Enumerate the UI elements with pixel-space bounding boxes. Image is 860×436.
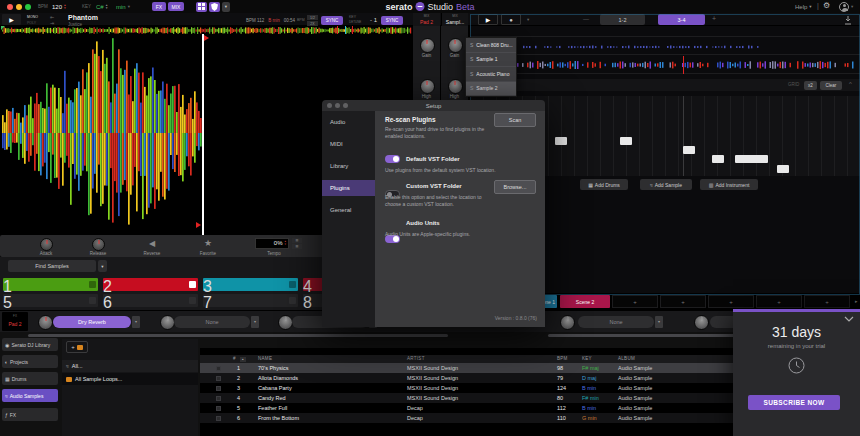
- pads-view-button[interactable]: [196, 2, 207, 12]
- record-button[interactable]: ●: [501, 14, 521, 25]
- sample-pad-2[interactable]: 2: [103, 278, 198, 291]
- track-overview-strip[interactable]: [1, 27, 412, 34]
- help-menu[interactable]: Help ▾: [795, 0, 812, 13]
- mix-pad-header[interactable]: MIX Pad 2: [413, 13, 440, 26]
- column-header-bpm[interactable]: BPM: [557, 356, 568, 361]
- row-preview-box[interactable]: [216, 396, 221, 401]
- midi-note[interactable]: [735, 155, 768, 163]
- close-traffic-light[interactable]: [7, 4, 13, 10]
- bar-range-1-2-button[interactable]: 1-2: [600, 14, 645, 25]
- gain-knob[interactable]: [448, 38, 463, 53]
- setup-tab-plugins[interactable]: Plugins: [322, 180, 375, 196]
- fx-slot-select[interactable]: None: [174, 316, 250, 328]
- collapse-caret-icon[interactable]: ^: [849, 81, 852, 87]
- midi-note[interactable]: [620, 137, 632, 145]
- sample-menu-item[interactable]: SSample 1: [466, 53, 516, 68]
- fx-amount-knob[interactable]: [278, 315, 293, 330]
- high-eq-knob[interactable]: [420, 79, 435, 94]
- scan-button[interactable]: Scan: [494, 113, 536, 127]
- setup-tab-general[interactable]: General: [322, 202, 375, 218]
- add-sample-button[interactable]: ≈ Add Sample: [640, 179, 692, 190]
- high-eq-knob[interactable]: [448, 79, 463, 94]
- sidebar-item-drums[interactable]: ▦Drums: [2, 372, 58, 385]
- poly-toggle[interactable]: POLY: [27, 21, 36, 25]
- horizontal-scrollbar[interactable]: [28, 334, 448, 337]
- key-sync-button[interactable]: SYNC: [381, 16, 403, 25]
- table-row[interactable]: 3 Cabana Party MSXII Sound Design 124 B …: [200, 383, 740, 393]
- fx-amount-knob[interactable]: [560, 315, 575, 330]
- release-knob[interactable]: [92, 238, 105, 251]
- sample-pad-5[interactable]: 5: [3, 294, 98, 307]
- limiter-button[interactable]: [209, 2, 220, 12]
- find-samples-dropdown[interactable]: Find Samples: [8, 260, 96, 272]
- add-instrument-button[interactable]: ▥ Add Instrument: [700, 179, 758, 190]
- column-header-name[interactable]: NAME: [258, 356, 272, 361]
- sample-menu-item[interactable]: SSample 2: [466, 82, 516, 97]
- midi-note[interactable]: [683, 146, 695, 154]
- sample-pad-1[interactable]: 1: [3, 278, 98, 291]
- add-scene-button[interactable]: +: [756, 295, 802, 308]
- grid-clear-button[interactable]: Clear: [820, 81, 842, 90]
- song-track-lanes[interactable]: [470, 26, 860, 79]
- add-crate-button[interactable]: +: [66, 341, 88, 353]
- bars-plus-button[interactable]: +: [712, 15, 716, 22]
- browse-button[interactable]: Browse...: [494, 180, 536, 194]
- horizontal-scrollbar[interactable]: [548, 334, 735, 337]
- sample-pad-3[interactable]: 3: [203, 278, 298, 291]
- column-header-album[interactable]: ALBUM: [618, 356, 635, 361]
- settings-gear-icon[interactable]: ⚙: [823, 1, 830, 10]
- crate-sample-loops[interactable]: All Sample Loops...: [62, 373, 198, 385]
- fx-slot-select[interactable]: Dry Reverb: [53, 316, 131, 328]
- column-header-artist[interactable]: ARTIST: [407, 356, 425, 361]
- tempo-stepper-arrows-icon[interactable]: ▴▾: [284, 240, 286, 246]
- tempo-display[interactable]: 0% ▴▾: [255, 238, 289, 249]
- add-scene-button[interactable]: +: [660, 295, 706, 308]
- fx-slot-arrow-icon[interactable]: ▾: [251, 316, 259, 328]
- attack-knob[interactable]: [40, 238, 53, 251]
- song-play-button[interactable]: ▶: [478, 14, 498, 25]
- table-row[interactable]: 4 Candy Red MSXII Sound Design 80 F# min…: [200, 393, 740, 403]
- setup-titlebar[interactable]: Setup: [322, 100, 545, 111]
- table-row[interactable]: 1 70's Physics MSXII Sound Design 98 F# …: [200, 363, 740, 373]
- export-icon[interactable]: [843, 15, 853, 25]
- gain-knob[interactable]: [420, 38, 435, 53]
- bpm-sync-button[interactable]: SYNC: [321, 16, 343, 25]
- favorite-button[interactable]: ★: [196, 235, 220, 250]
- sample-menu-item[interactable]: SClean 808 Dru...: [466, 38, 516, 53]
- crate-all[interactable]: ≈ All...: [62, 360, 198, 372]
- sample-pad-7[interactable]: 7: [203, 294, 298, 307]
- key-mode-dropdown[interactable]: min ▾: [116, 2, 130, 11]
- fx-slot-arrow-icon[interactable]: ▾: [655, 316, 663, 328]
- half-tempo-button[interactable]: 1/2: [307, 15, 318, 20]
- chevron-down-icon[interactable]: ▾: [851, 4, 853, 9]
- row-preview-box[interactable]: [216, 406, 221, 411]
- fx-slot-arrow-icon[interactable]: ▾: [132, 316, 140, 328]
- row-preview-box[interactable]: [216, 366, 221, 371]
- bpm-stepper-arrows-icon[interactable]: ▴▾: [64, 4, 66, 10]
- row-preview-box[interactable]: [216, 376, 221, 381]
- loop-out-icon[interactable]: ⇥: [50, 20, 54, 26]
- bar-range-3-4-button[interactable]: 3-4: [658, 14, 705, 25]
- scene-scroll-right-icon[interactable]: ▸: [855, 298, 858, 304]
- sidebar-item-audio-samples[interactable]: ≈Audio Samples: [2, 389, 58, 402]
- add-scene-button[interactable]: +: [612, 295, 658, 308]
- fx-amount-knob[interactable]: [38, 315, 53, 330]
- setup-tab-library[interactable]: Library: [322, 158, 375, 174]
- zoom-traffic-light[interactable]: [25, 4, 31, 10]
- table-row[interactable]: 2 Allota Diamonds MSXII Sound Design 79 …: [200, 373, 740, 383]
- account-avatar[interactable]: [839, 2, 849, 12]
- fx-target-indicator[interactable]: FX Pad 2: [2, 312, 28, 331]
- grid-x2-button[interactable]: x2: [804, 81, 817, 90]
- default-vst-toggle[interactable]: [385, 155, 400, 163]
- sort-arrow-icon[interactable]: ▴: [240, 357, 246, 362]
- add-drums-button[interactable]: ▦ Add Drums: [580, 179, 628, 190]
- transport-more-icon[interactable]: ▾: [527, 17, 529, 22]
- bars-minus-button[interactable]: —: [583, 16, 589, 22]
- table-row[interactable]: 5 Feather Full Decap 112 B min Audio Sam…: [200, 403, 740, 413]
- sidebar-item-fx[interactable]: ƒFX: [2, 408, 58, 421]
- find-samples-options-icon[interactable]: ▾: [98, 260, 107, 272]
- sample-menu-item[interactable]: SAcoustic Piano: [466, 67, 516, 82]
- midi-note[interactable]: [555, 137, 567, 145]
- fx-toggle-button[interactable]: FX: [152, 2, 166, 11]
- mix-toggle-button[interactable]: MIX: [168, 2, 184, 11]
